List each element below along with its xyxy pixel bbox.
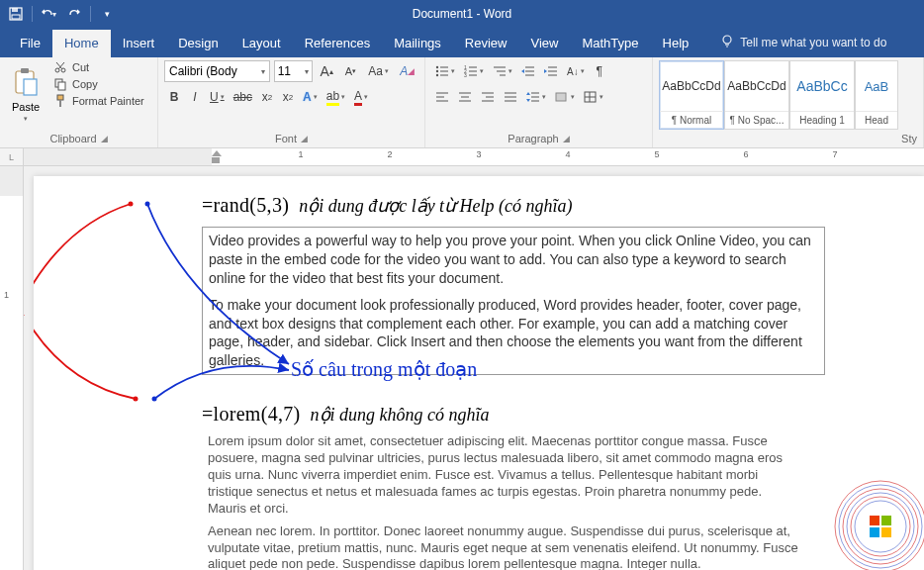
chevron-down-icon: ▾ — [305, 67, 309, 76]
svg-rect-8 — [24, 79, 37, 95]
svg-point-63 — [134, 397, 139, 402]
increase-indent-button[interactable] — [540, 60, 562, 82]
decrease-indent-button[interactable] — [517, 60, 539, 82]
lorem-output: Lorem ipsum dolor sit amet, consectetuer… — [202, 433, 805, 570]
svg-point-61 — [129, 202, 134, 207]
tab-mailings[interactable]: Mailings — [382, 30, 453, 57]
subscript-button[interactable]: x2 — [257, 86, 277, 108]
underline-button[interactable]: U — [206, 86, 229, 108]
tab-help[interactable]: Help — [651, 30, 701, 57]
multilevel-list-button[interactable] — [489, 60, 516, 82]
svg-rect-71 — [870, 516, 879, 525]
watermark-logo — [831, 477, 924, 570]
horizontal-ruler[interactable]: L 1 2 3 4 5 6 7 — [0, 148, 924, 166]
svg-rect-73 — [870, 527, 879, 537]
align-center-button[interactable] — [454, 86, 476, 108]
sort-button[interactable]: A↓ — [563, 60, 589, 82]
annotation-blue: Số câu trong một đoạn — [291, 357, 477, 381]
tell-me-search[interactable]: Tell me what you want to do — [712, 28, 894, 57]
change-case-button[interactable]: Aa — [364, 60, 392, 82]
content-area: 1 =rand(5,3) nội dung được lấy từ Help (… — [0, 166, 924, 570]
lorem-paragraph-1: Lorem ipsum dolor sit amet, consectetuer… — [208, 433, 799, 517]
copy-icon — [53, 77, 67, 91]
document-title: Document1 - Word — [0, 7, 924, 21]
highlight-button[interactable]: ab — [323, 86, 349, 108]
desc-lorem: nội dung không có nghĩa — [311, 404, 490, 426]
lorem-paragraph-2: Aenean nec lorem. In porttitor. Donec la… — [208, 523, 799, 570]
style-normal[interactable]: AaBbCcDd ¶ Normal — [659, 60, 724, 130]
outdent-icon — [521, 65, 535, 77]
font-dialog-launcher[interactable]: ◢ — [301, 134, 308, 143]
bullets-button[interactable] — [431, 60, 459, 82]
hanging-indent-marker[interactable] — [212, 157, 220, 163]
undo-icon[interactable]: ▾ — [37, 3, 60, 25]
svg-rect-2 — [12, 15, 20, 19]
style-heading-2[interactable]: AaB Head — [855, 60, 898, 130]
svg-rect-72 — [881, 516, 891, 525]
tab-layout[interactable]: Layout — [231, 30, 293, 57]
bullets-icon — [435, 65, 449, 77]
tab-view[interactable]: View — [518, 30, 570, 57]
paragraph-dialog-launcher[interactable]: ◢ — [563, 134, 570, 143]
svg-marker-39 — [544, 69, 547, 73]
borders-button[interactable] — [580, 86, 607, 108]
rand-paragraph-1: Video provides a powerful way to help yo… — [209, 232, 818, 288]
titlebar: ▾ ▾ Document1 - Word — [0, 0, 924, 28]
save-icon[interactable] — [4, 3, 28, 25]
shrink-font-button[interactable]: A▾ — [340, 60, 360, 82]
superscript-button[interactable]: x2 — [278, 86, 298, 108]
line-spacing-button[interactable] — [522, 86, 550, 108]
clear-formatting-button[interactable]: A◢ — [396, 60, 418, 82]
svg-rect-1 — [12, 8, 18, 12]
desc-rand: nội dung được lấy từ Help (có nghĩa) — [299, 195, 572, 217]
svg-point-21 — [436, 74, 438, 76]
tab-file[interactable]: File — [8, 30, 52, 57]
tab-mathtype[interactable]: MathType — [570, 30, 650, 57]
svg-point-17 — [436, 66, 438, 68]
font-size-select[interactable]: 11▾ — [274, 60, 313, 82]
svg-point-69 — [851, 497, 910, 556]
text-effects-button[interactable]: A — [299, 86, 322, 108]
svg-marker-56 — [526, 99, 530, 102]
numbering-button[interactable]: 123 — [460, 60, 488, 82]
tab-home[interactable]: Home — [52, 30, 111, 57]
group-clipboard: Paste ▾ Cut Copy Format Painter Clipboar… — [0, 57, 158, 147]
chevron-down-icon: ▾ — [261, 67, 265, 76]
tab-design[interactable]: Design — [166, 30, 230, 57]
svg-point-19 — [436, 70, 438, 72]
shading-button[interactable] — [551, 86, 579, 108]
align-right-button[interactable] — [477, 86, 499, 108]
cut-button[interactable]: Cut — [53, 60, 144, 74]
tab-references[interactable]: References — [293, 30, 382, 57]
vertical-ruler[interactable]: 1 — [0, 166, 24, 570]
justify-button[interactable] — [500, 86, 521, 108]
ribbon-tabs: File Home Insert Design Layout Reference… — [0, 28, 924, 57]
tab-insert[interactable]: Insert — [111, 30, 167, 57]
format-painter-button[interactable]: Format Painter — [53, 94, 144, 108]
font-color-button[interactable]: A — [350, 86, 372, 108]
tab-review[interactable]: Review — [453, 30, 519, 57]
svg-rect-74 — [881, 527, 891, 537]
font-name-select[interactable]: Calibri (Body▾ — [164, 60, 270, 82]
style-no-spacing[interactable]: AaBbCcDd ¶ No Spac... — [724, 60, 789, 130]
document-page[interactable]: =rand(5,3) nội dung được lấy từ Help (có… — [34, 176, 924, 570]
svg-point-62 — [145, 202, 150, 207]
style-heading-1[interactable]: AaBbCc Heading 1 — [789, 60, 855, 130]
strikethrough-button[interactable]: abc — [230, 86, 256, 108]
clipboard-dialog-launcher[interactable]: ◢ — [101, 134, 108, 143]
paste-button[interactable]: Paste ▾ — [6, 60, 46, 130]
redo-icon[interactable] — [62, 3, 86, 25]
ribbon: Paste ▾ Cut Copy Format Painter Clipboar… — [0, 57, 924, 148]
italic-button[interactable]: I — [185, 86, 205, 108]
bold-button[interactable]: B — [164, 86, 184, 108]
grow-font-button[interactable]: A▴ — [317, 60, 337, 82]
show-marks-button[interactable]: ¶ — [590, 60, 609, 82]
tell-me-label: Tell me what you want to do — [740, 36, 886, 49]
align-left-button[interactable] — [431, 86, 453, 108]
svg-marker-55 — [526, 92, 530, 95]
svg-rect-57 — [556, 93, 566, 101]
group-paragraph: 123 A↓ ¶ Paragraph◢ — [425, 57, 653, 147]
copy-button[interactable]: Copy — [53, 77, 144, 91]
qat-more-icon[interactable]: ▾ — [95, 3, 119, 25]
first-line-indent-marker[interactable] — [212, 150, 222, 156]
